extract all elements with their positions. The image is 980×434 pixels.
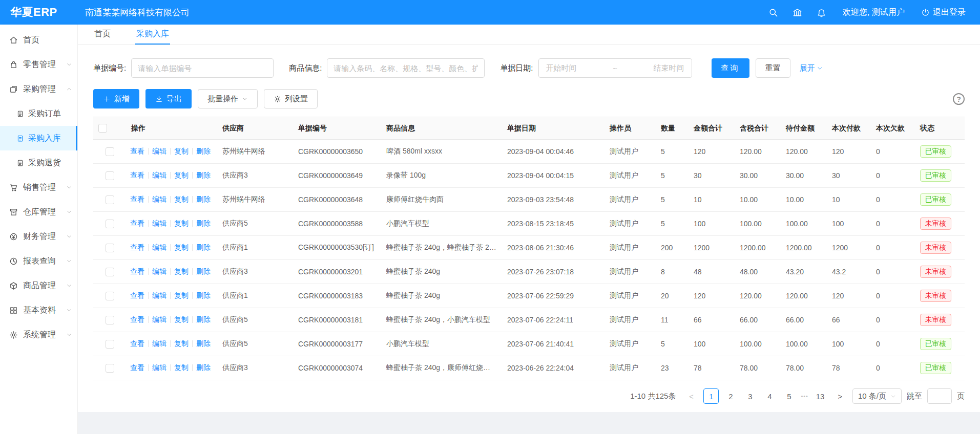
page-button-13[interactable]: 13	[812, 388, 828, 404]
page-button-5[interactable]: 5	[781, 388, 797, 404]
add-button[interactable]: 新增	[93, 89, 139, 108]
row-action-delete[interactable]: 删除	[196, 339, 211, 348]
row-checkbox[interactable]	[106, 171, 114, 180]
row-action-delete[interactable]: 删除	[196, 315, 211, 323]
bank-icon[interactable]	[793, 8, 802, 17]
row-action-copy[interactable]: 复制	[174, 363, 189, 372]
cell-qty: 5	[656, 212, 689, 236]
select-all-checkbox[interactable]	[98, 124, 107, 133]
app-logo[interactable]: 华夏ERP	[0, 5, 78, 20]
row-action-view[interactable]: 查看	[130, 267, 144, 275]
sidebar-item-finance[interactable]: 财务管理	[0, 224, 77, 249]
row-checkbox[interactable]	[106, 268, 114, 276]
column-settings-button[interactable]: 列设置	[264, 89, 318, 108]
welcome-user[interactable]: 欢迎您, 测试用户	[843, 7, 905, 18]
jump-page-input[interactable]	[927, 388, 952, 404]
bell-icon[interactable]	[817, 8, 826, 17]
sidebar-item-sales[interactable]: 销售管理	[0, 175, 77, 200]
expand-link[interactable]: 展开	[800, 63, 823, 73]
sidebar-item-purchase-order[interactable]: 采购订单	[0, 101, 77, 126]
row-action-copy[interactable]: 复制	[174, 147, 189, 155]
row-checkbox[interactable]	[106, 316, 114, 324]
row-action-delete[interactable]: 删除	[196, 219, 211, 227]
page-button-4[interactable]: 4	[762, 388, 777, 404]
row-action-view[interactable]: 查看	[130, 363, 144, 372]
sidebar-item-report[interactable]: 报表查询	[0, 249, 77, 273]
logout-button[interactable]: 退出登录	[921, 7, 966, 18]
chevron-up-icon	[66, 86, 72, 92]
row-action-delete[interactable]: 删除	[196, 147, 211, 155]
sidebar-item-goods[interactable]: 商品管理	[0, 273, 77, 298]
row-action-view[interactable]: 查看	[130, 291, 144, 299]
row-action-edit[interactable]: 编辑	[152, 315, 166, 323]
row-action-view[interactable]: 查看	[130, 339, 144, 348]
row-checkbox[interactable]	[106, 340, 114, 349]
prev-page-button[interactable]: <	[684, 388, 698, 404]
row-action-copy[interactable]: 复制	[174, 315, 189, 323]
row-action-delete[interactable]: 删除	[196, 291, 211, 299]
sidebar-item-basic[interactable]: 基本资料	[0, 298, 77, 322]
sidebar-item-home[interactable]: 首页	[0, 28, 77, 52]
row-checkbox[interactable]	[106, 196, 114, 204]
sidebar-item-warehouse[interactable]: 仓库管理	[0, 200, 77, 224]
row-action-copy[interactable]: 复制	[174, 171, 189, 179]
row-checkbox[interactable]	[106, 147, 114, 156]
tab-purchase-inbound[interactable]: 采购入库	[135, 25, 170, 45]
page-ellipsis[interactable]: •••	[801, 388, 808, 404]
row-action-edit[interactable]: 编辑	[152, 339, 166, 348]
row-action-view[interactable]: 查看	[130, 219, 144, 227]
page-button-2[interactable]: 2	[723, 388, 738, 404]
row-action-view[interactable]: 查看	[130, 315, 144, 323]
row-action-view[interactable]: 查看	[130, 147, 144, 155]
row-action-delete[interactable]: 删除	[196, 195, 211, 203]
row-action-copy[interactable]: 复制	[174, 219, 189, 227]
sidebar-item-system[interactable]: 系统管理	[0, 322, 77, 347]
row-action-delete[interactable]: 删除	[196, 267, 211, 275]
product-info-input[interactable]	[327, 58, 485, 78]
row-checkbox[interactable]	[106, 220, 114, 228]
sidebar-item-retail[interactable]: 零售管理	[0, 52, 77, 77]
row-action-copy[interactable]: 复制	[174, 195, 189, 203]
page-button-3[interactable]: 3	[742, 388, 758, 404]
row-action-copy[interactable]: 复制	[174, 291, 189, 299]
sidebar-item-purchase[interactable]: 采购管理	[0, 77, 77, 101]
row-action-view[interactable]: 查看	[130, 195, 144, 203]
row-action-edit[interactable]: 编辑	[152, 267, 166, 275]
export-button[interactable]: 导出	[145, 89, 192, 108]
row-action-view[interactable]: 查看	[130, 171, 144, 179]
row-action-edit[interactable]: 编辑	[152, 195, 166, 203]
row-checkbox[interactable]	[106, 364, 114, 373]
search-button[interactable]: 查询	[712, 58, 749, 78]
sidebar: 首页零售管理采购管理采购订单采购入库采购退货销售管理仓库管理财务管理报表查询商品…	[0, 25, 78, 434]
sidebar-item-purchase-return[interactable]: 采购退货	[0, 150, 77, 175]
row-action-edit[interactable]: 编辑	[152, 171, 166, 179]
row-action-edit[interactable]: 编辑	[152, 363, 166, 372]
help-icon[interactable]: ?	[953, 93, 965, 105]
row-action-edit[interactable]: 编辑	[152, 291, 166, 299]
action-divider	[170, 292, 171, 299]
sidebar-item-purchase-inbound[interactable]: 采购入库	[0, 126, 77, 150]
row-checkbox[interactable]	[106, 244, 114, 252]
status-badge: 已审核	[920, 193, 951, 206]
page-size-select[interactable]: 10 条/页	[852, 388, 902, 404]
row-action-copy[interactable]: 复制	[174, 339, 189, 348]
row-action-edit[interactable]: 编辑	[152, 147, 166, 155]
row-checkbox[interactable]	[106, 292, 114, 300]
date-range-picker[interactable]: 开始时间 ~ 结束时间	[538, 58, 692, 78]
batch-actions-button[interactable]: 批量操作	[198, 89, 258, 108]
table-row: 查看编辑复制删除供应商3CGRK00000003649录像带 100g2023-…	[93, 164, 965, 188]
search-icon[interactable]	[768, 8, 778, 17]
next-page-button[interactable]: >	[833, 388, 847, 404]
row-action-copy[interactable]: 复制	[174, 267, 189, 275]
reset-button[interactable]: 重置	[756, 58, 790, 78]
bill-no-input[interactable]	[131, 58, 274, 78]
row-action-edit[interactable]: 编辑	[152, 219, 166, 227]
row-action-copy[interactable]: 复制	[174, 243, 189, 251]
row-action-edit[interactable]: 编辑	[152, 243, 166, 251]
row-action-view[interactable]: 查看	[130, 243, 144, 251]
page-button-1[interactable]: 1	[703, 388, 719, 404]
row-action-delete[interactable]: 删除	[196, 243, 211, 251]
row-action-delete[interactable]: 删除	[196, 171, 211, 179]
row-action-delete[interactable]: 删除	[196, 363, 211, 372]
tab-home[interactable]: 首页	[93, 25, 112, 45]
